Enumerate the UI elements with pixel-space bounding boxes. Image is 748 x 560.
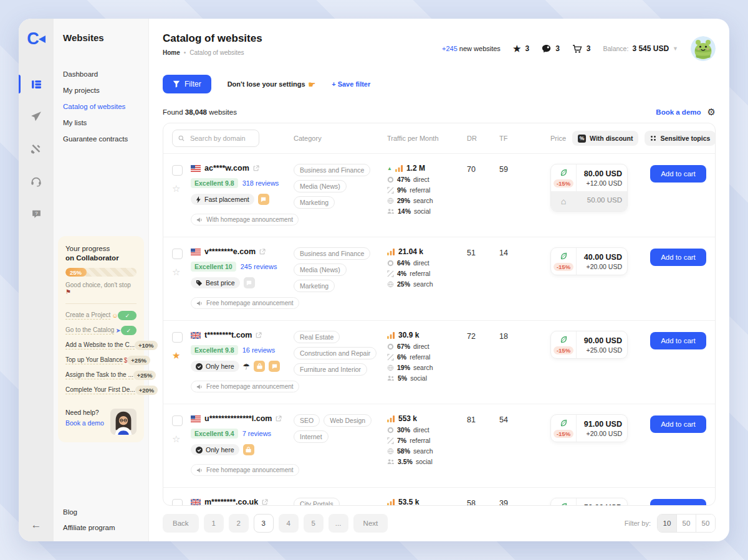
favorites-counter[interactable]: ★ 3 (513, 44, 529, 54)
reviews-link[interactable]: 318 reviews (242, 179, 279, 187)
briefcase-icon[interactable] (254, 361, 265, 372)
chat-icon[interactable] (258, 194, 269, 205)
pagination-page-1[interactable]: 1 (204, 514, 224, 533)
per-page-option-10[interactable]: 10 (658, 515, 676, 532)
sidebar-item-guarantee-contracts[interactable]: Guarantee contracts (63, 135, 139, 143)
discount-badge: -15% (554, 263, 573, 271)
pagination-ellipsis[interactable]: ... (328, 514, 348, 533)
flag-us-icon (191, 165, 201, 172)
favorite-star-icon[interactable]: ☆ (172, 267, 180, 277)
rail-help-icon[interactable]: ? (19, 206, 54, 222)
smiley-icon: ☺ (112, 312, 118, 319)
sidebar-item-my-lists[interactable]: My lists (63, 119, 139, 126)
with-discount-toggle[interactable]: % With discount (572, 131, 638, 146)
row-checkbox[interactable] (172, 332, 183, 343)
sidebar-item-blog[interactable]: Blog (63, 508, 139, 516)
tools-icon (31, 143, 42, 154)
rail-support-icon[interactable] (19, 173, 54, 189)
per-page-option-50b[interactable]: 50 (696, 515, 715, 532)
pagination-page-4[interactable]: 4 (279, 514, 299, 533)
collapse-sidebar-arrow-icon[interactable]: ← (31, 519, 42, 531)
flag-us-icon (191, 249, 201, 255)
category-pill: Business and Finance (294, 164, 370, 176)
divider (65, 303, 137, 304)
book-demo-link[interactable]: Book a demo (656, 108, 701, 116)
dots-grid-icon (650, 135, 656, 141)
balance-dropdown[interactable]: Balance: 3 545 USD ▼ (603, 44, 679, 53)
traffic-bars-icon (387, 332, 395, 339)
domain-link[interactable]: v********e.com (204, 247, 256, 256)
support-agent-avatar (110, 409, 137, 435)
chat-glyph-icon (246, 280, 252, 287)
pagination-back-button[interactable]: Back (163, 514, 199, 533)
chat-bubble-icon (542, 44, 551, 53)
add-to-cart-button[interactable]: Add to cart (650, 249, 706, 266)
home-icon: ⌂ (551, 191, 576, 211)
dr-value: 58 (467, 498, 499, 506)
filter-button[interactable]: Filter (163, 75, 211, 93)
add-to-cart-button[interactable]: Add to cart (650, 415, 706, 433)
task-done-check[interactable]: ✓ (118, 311, 137, 320)
sidebar-item-affiliate-program[interactable]: Affiliate program (63, 524, 139, 531)
reviews-link[interactable]: 7 reviews (242, 430, 271, 437)
external-link-icon[interactable] (262, 499, 268, 505)
sidebar-item-my-projects[interactable]: My projects (63, 87, 139, 94)
domain-link[interactable]: u**************l.com (204, 414, 272, 423)
pagination: Back 1 2 3 4 5 ... Next Filter by: 10 50… (163, 514, 716, 533)
direct-icon (387, 343, 394, 350)
eco-leaf-icon (559, 335, 568, 344)
domain-link[interactable]: ac****w.com (204, 164, 249, 173)
chat-icon[interactable] (244, 277, 255, 288)
results-count: Found 38,048 websites (163, 108, 237, 116)
domain-search[interactable] (172, 130, 259, 147)
rail-dashboard-icon[interactable] (19, 76, 54, 92)
breadcrumb-home[interactable]: Home (163, 49, 180, 56)
pagination-page-5[interactable]: 5 (304, 514, 324, 533)
rail-campaigns-icon[interactable] (19, 108, 54, 125)
domain-link[interactable]: m********.co.uk (204, 498, 258, 506)
collaborator-logo-icon[interactable]: C (27, 27, 46, 50)
traffic-bars-icon (387, 249, 395, 255)
row-checkbox[interactable] (172, 415, 183, 426)
external-link-icon[interactable] (253, 165, 259, 171)
settings-gear-icon[interactable]: ⚙ (707, 107, 716, 116)
progress-note: Good choice, don't stop (65, 282, 131, 288)
new-websites-badge[interactable]: +245 new websites (442, 45, 501, 52)
search-input[interactable] (189, 134, 253, 143)
book-demo-link[interactable]: Book a demo (65, 419, 110, 427)
price-card: -15% 91.00 USD +20.00 USD (550, 414, 628, 442)
row-checkbox[interactable] (172, 249, 183, 259)
sidebar-item-dashboard[interactable]: Dashboard (63, 70, 139, 78)
favorite-star-icon[interactable]: ★ (172, 351, 180, 360)
add-to-cart-button[interactable]: Add to cart (650, 332, 706, 349)
rail-tools-icon[interactable] (19, 141, 54, 157)
reviews-link[interactable]: 16 reviews (242, 346, 276, 354)
favorite-star-icon[interactable]: ☆ (172, 184, 180, 193)
briefcase-icon[interactable] (243, 444, 254, 455)
sensitive-topics-toggle[interactable]: Sensitive topics (645, 131, 716, 146)
external-link-icon[interactable] (256, 332, 262, 338)
row-checkbox[interactable] (172, 165, 183, 176)
external-link-icon[interactable] (259, 249, 266, 255)
pagination-next-button[interactable]: Next (353, 514, 388, 533)
messages-counter[interactable]: 3 (542, 44, 560, 53)
user-avatar[interactable] (691, 36, 716, 61)
task-done-check[interactable]: ✓ (121, 326, 137, 335)
pagination-page-3-active[interactable]: 3 (254, 514, 274, 533)
chat-icon[interactable] (269, 361, 280, 372)
chat-glyph-icon (260, 196, 267, 203)
pagination-page-2[interactable]: 2 (229, 514, 249, 533)
domain-link[interactable]: t********t.com (204, 331, 252, 339)
add-to-cart-button[interactable]: Add to cart (650, 499, 706, 506)
favorite-star-icon[interactable]: ☆ (172, 434, 180, 444)
external-link-icon[interactable] (276, 415, 282, 422)
sidebar-item-catalog[interactable]: Catalog of websites (63, 103, 139, 110)
per-page-option-50[interactable]: 50 (676, 515, 696, 532)
reviews-link[interactable]: 245 reviews (241, 263, 277, 270)
add-to-cart-button[interactable]: Add to cart (650, 165, 706, 183)
cart-counter[interactable]: 3 (572, 44, 591, 54)
search-traffic-icon (387, 281, 394, 288)
row-checkbox[interactable] (172, 499, 183, 506)
tf-value: 39 (499, 498, 550, 506)
save-filter-link[interactable]: + Save filter (332, 80, 370, 88)
